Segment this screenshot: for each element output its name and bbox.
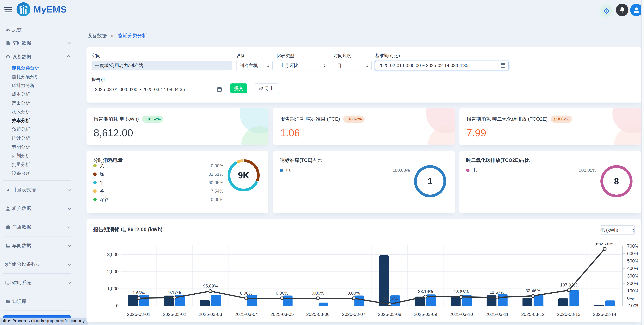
base-period-input[interactable]: 2025-02-01 00:00:00 ~ 2025-02-14 08:04:3… xyxy=(375,61,508,70)
notifications-bell-button[interactable] xyxy=(616,4,628,16)
settings-gear-button[interactable]: ⚙ xyxy=(601,6,612,16)
sidebar-item-6[interactable]: 车间数据 xyxy=(0,237,75,254)
stat-value: 8,612.00 xyxy=(94,127,163,139)
svg-text:18.86%: 18.86% xyxy=(454,289,469,294)
space-input[interactable]: 一度城/公用动力/制冷站 xyxy=(92,61,232,70)
breadcrumb-separator: » xyxy=(111,33,114,38)
donut-chart: 9K xyxy=(228,159,260,192)
sidebar-subitem-10[interactable]: 计划分析 xyxy=(0,151,75,160)
sidebar-item-1[interactable]: 空间数据 xyxy=(0,36,75,49)
svg-text:0%: 0% xyxy=(627,296,634,301)
sidebar-divider xyxy=(3,292,70,292)
logo-text: MyEMS xyxy=(34,4,67,14)
calendar-icon xyxy=(217,87,222,92)
legend-item-深谷: 深谷 xyxy=(93,196,108,203)
scrollbar[interactable] xyxy=(641,0,644,325)
export-button[interactable]: 导出 xyxy=(254,84,279,93)
stat-badge: ↑18.62% xyxy=(551,116,572,123)
export-icon xyxy=(259,86,263,90)
legend-item-谷: 谷 xyxy=(93,188,104,194)
legend-item-电: 电 xyxy=(280,167,290,174)
svg-text:2025-03-06: 2025-03-06 xyxy=(306,312,330,317)
sidebar-item-label: 空间数据 xyxy=(12,40,31,46)
sidebar-subitem-8[interactable]: 统计分析 xyxy=(0,134,75,142)
sidebar-subitem-1[interactable]: 能耗分项分析 xyxy=(0,72,75,81)
svg-text:-79.34%: -79.34% xyxy=(382,296,398,302)
equipment-select[interactable]: 制冷主机 ▲▼ xyxy=(236,61,273,70)
svg-text:2,000: 2,000 xyxy=(107,269,118,274)
sidebar-divider xyxy=(3,236,70,236)
legend-percentage: 100.00% xyxy=(576,167,596,174)
breadcrumb-current: 能耗分类分析 xyxy=(118,33,147,38)
comparison-type-select[interactable]: 上月环比 ▲▼ xyxy=(277,61,330,70)
svg-text:2025-03-05: 2025-03-05 xyxy=(270,312,294,317)
submit-button[interactable]: 提交 xyxy=(230,84,247,93)
svg-text:95.89%: 95.89% xyxy=(203,284,218,288)
legend-dot-icon xyxy=(93,181,97,184)
sidebar-item-3[interactable]: ◕计量表数据 xyxy=(0,181,75,199)
sidebar-item-5[interactable]: 门店数据 xyxy=(0,218,75,236)
gauge-icon xyxy=(4,27,12,33)
sidebar-item-2[interactable]: ⚙设备数据 xyxy=(0,50,75,63)
sidebar-divider xyxy=(3,310,70,311)
sidebar-subitem-7[interactable]: 负荷分析 xyxy=(0,125,75,134)
sidebar-subitem-9[interactable]: 节能分析 xyxy=(0,142,75,151)
sidebar-item-0[interactable]: 总览 xyxy=(0,24,75,36)
svg-text:1,000: 1,000 xyxy=(107,286,118,291)
sidebar-divider xyxy=(3,199,70,199)
chevron-up-icon xyxy=(66,56,70,59)
stat-card-electricity: 报告期消耗 电 (kWh) ↑18.62% 8,612.00 xyxy=(86,108,268,145)
hamburger-menu-button[interactable] xyxy=(4,7,12,14)
sidebar-subitem-3[interactable]: 成本分析 xyxy=(0,90,75,99)
legend-label: 峰 xyxy=(100,171,104,177)
sidebar-subitem-0[interactable]: 能耗分类分析 xyxy=(0,64,75,72)
period-type-select[interactable]: 日 ▲▼ xyxy=(334,61,372,70)
donut-card-title: 吨标准煤(TCE)占比 xyxy=(280,157,322,164)
sidebar-subitem-6[interactable]: 效率分析 xyxy=(0,116,75,125)
sidebar-subnav: 能耗分类分析能耗分项分析碳排放分析成本分析产出分析收入分析效率分析负荷分析统计分… xyxy=(0,63,75,180)
base-period-label: 基准期(可选) xyxy=(375,53,508,58)
svg-text:107.93%: 107.93% xyxy=(560,282,578,288)
chevron-down-icon xyxy=(68,262,72,266)
sidebar-subitem-2[interactable]: 碳排放分析 xyxy=(0,81,75,90)
sidebar-divider xyxy=(3,50,70,50)
sidebar-subitem-11[interactable]: 批量分析 xyxy=(0,160,75,169)
sidebar-item-8[interactable]: 辅助系统 xyxy=(0,274,75,292)
breadcrumb-parent[interactable]: 设备数据 xyxy=(87,33,107,38)
legend-label: 电 xyxy=(286,168,290,173)
select-arrows-icon: ▲▼ xyxy=(366,63,368,68)
legend-label: 深谷 xyxy=(100,196,108,202)
stat-badge: ↑18.62% xyxy=(343,116,364,123)
sidebar-item-label: 租户数据 xyxy=(12,205,31,212)
svg-text:100%: 100% xyxy=(627,288,638,294)
stat-title: 报告期消耗 吨二氧化碳排放 (TCO2E) xyxy=(466,116,548,122)
bar-line-chart: 01,0002,0003,000-100%0%100%200%300%400%5… xyxy=(90,242,638,322)
chart-title: 报告期消耗 电 8612.00 (kWh) xyxy=(93,226,162,233)
legend-item-尖: 尖 xyxy=(93,162,104,169)
svg-text:0.00%: 0.00% xyxy=(312,290,324,296)
briefcase-icon xyxy=(4,224,12,230)
svg-text:700%: 700% xyxy=(627,244,638,249)
svg-text:500%: 500% xyxy=(627,258,638,264)
sidebar-item-4[interactable]: 租户数据 xyxy=(0,200,75,217)
legend-label: 平 xyxy=(100,180,104,186)
svg-text:2025-03-03: 2025-03-03 xyxy=(199,312,222,317)
legend-item-电: 电 xyxy=(466,167,477,174)
sidebar-subitem-5[interactable]: 收入分析 xyxy=(0,108,75,116)
svg-text:300%: 300% xyxy=(627,274,638,278)
sidebar-item-7[interactable]: ⚙⚙组合设备数据 xyxy=(0,256,75,273)
svg-text:2025-03-12: 2025-03-12 xyxy=(521,312,545,317)
svg-text:1.66%: 1.66% xyxy=(132,290,145,296)
sidebar-subitem-12[interactable]: 设备台账 xyxy=(0,169,75,178)
sidebar-item-9[interactable]: 知识库 xyxy=(0,292,75,310)
donut-card-tce-share: 吨标准煤(TCE)占比 电100.00%1 xyxy=(273,151,455,213)
energy-unit-select[interactable]: 电 (kWh) ▲▼ xyxy=(600,225,635,235)
report-period-input[interactable]: 2025-03-01 00:00:00 ~ 2025-03-14 08:04:3… xyxy=(92,85,225,94)
svg-text:2025-03-11: 2025-03-11 xyxy=(486,312,508,317)
user-avatar-button[interactable] xyxy=(630,4,643,16)
svg-text:2025-03-14: 2025-03-14 xyxy=(593,312,616,317)
decorative-blob xyxy=(614,126,641,145)
sidebar-subitem-4[interactable]: 产出分析 xyxy=(0,99,75,108)
svg-text:2025-03-02: 2025-03-02 xyxy=(163,312,186,317)
svg-text:3,000: 3,000 xyxy=(107,252,118,257)
